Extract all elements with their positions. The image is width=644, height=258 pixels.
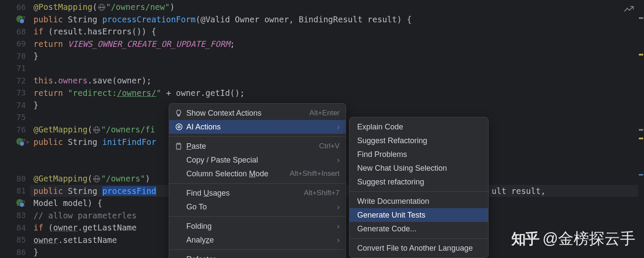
chevron-right-icon: › bbox=[337, 203, 340, 212]
menu-item-label: Show Context Actions bbox=[186, 109, 310, 118]
submenu-item[interactable]: Explain Code bbox=[349, 120, 488, 134]
line-number: 71 bbox=[0, 62, 30, 75]
submenu-item[interactable]: Write Documentation bbox=[349, 194, 488, 208]
line-number: 70 bbox=[0, 50, 30, 62]
menu-item[interactable]: Go To› bbox=[169, 200, 346, 214]
chevron-right-icon: › bbox=[337, 222, 340, 231]
menu-item-label: Go To bbox=[186, 203, 333, 212]
menu-item[interactable]: AI Actions› bbox=[169, 120, 346, 134]
svg-rect-3 bbox=[177, 143, 180, 144]
line-number-gutter: 66 67 68 69 70 71 72 73 74 75 76 77> 80 … bbox=[0, 0, 30, 258]
menu-item-label: Folding bbox=[186, 222, 333, 231]
scroll-marker-warning[interactable] bbox=[639, 54, 643, 55]
bulb-icon bbox=[175, 110, 186, 117]
menu-separator bbox=[169, 136, 346, 137]
submenu-item-label: Generate Code... bbox=[355, 224, 482, 233]
menu-item[interactable]: Column Selection ModeAlt+Shift+Insert bbox=[169, 167, 346, 181]
submenu-item[interactable]: Generate Code... bbox=[349, 222, 488, 236]
submenu-item-label: Find Problems bbox=[355, 150, 482, 159]
menu-shortcut: Alt+Shift+7 bbox=[304, 189, 340, 197]
context-menu[interactable]: Show Context ActionsAlt+EnterAI Actions›… bbox=[169, 103, 346, 258]
watermark: 知乎 @金榜探云手 bbox=[511, 228, 635, 249]
globe-icon bbox=[93, 126, 100, 133]
menu-separator bbox=[169, 249, 346, 250]
line-number bbox=[0, 148, 30, 160]
code-vision-icon[interactable] bbox=[624, 6, 634, 15]
globe-icon bbox=[98, 4, 105, 11]
fold-chevron-icon[interactable]: > bbox=[26, 138, 29, 145]
submenu-item[interactable]: Find Problems bbox=[349, 147, 488, 161]
line-number: 69 bbox=[0, 38, 30, 50]
line-number: 66 bbox=[0, 1, 30, 13]
menu-separator bbox=[169, 183, 346, 184]
menu-shortcut: Alt+Shift+Insert bbox=[290, 169, 340, 178]
line-number: 68 bbox=[0, 25, 30, 38]
submenu-item[interactable]: Convert File to Another Language bbox=[349, 241, 488, 255]
submenu-item[interactable]: Generate Unit Tests bbox=[349, 208, 488, 222]
menu-item-label: AI Actions bbox=[186, 123, 333, 132]
line-number: 74 bbox=[0, 99, 30, 111]
override-icon[interactable] bbox=[16, 15, 24, 23]
line-number: 80 bbox=[0, 172, 30, 185]
line-number: 73 bbox=[0, 87, 30, 99]
menu-shortcut: Alt+Enter bbox=[310, 109, 340, 117]
chevron-right-icon: › bbox=[337, 156, 340, 165]
line-number bbox=[0, 160, 30, 173]
zhihu-logo: 知乎 bbox=[511, 229, 539, 249]
line-number: 77> bbox=[0, 136, 30, 148]
scroll-marker[interactable] bbox=[639, 17, 643, 19]
submenu-item-label: Explain Code bbox=[355, 123, 482, 132]
submenu-item-label: Suggest Refactoring bbox=[355, 136, 482, 145]
menu-item[interactable]: Show Context ActionsAlt+Enter bbox=[169, 106, 346, 120]
menu-item-label: Copy / Paste Special bbox=[186, 156, 333, 165]
override-icon[interactable] bbox=[16, 138, 24, 146]
menu-item-label: Find Usages bbox=[186, 189, 304, 198]
menu-separator bbox=[169, 216, 346, 217]
chevron-right-icon: › bbox=[337, 123, 340, 132]
line-number: 85 bbox=[0, 234, 30, 246]
scroll-marker-caret[interactable] bbox=[639, 174, 643, 175]
menu-item[interactable]: PasteCtrl+V bbox=[169, 139, 346, 153]
watermark-text: @金榜探云手 bbox=[542, 228, 635, 249]
menu-separator bbox=[349, 238, 488, 239]
menu-item[interactable]: Find UsagesAlt+Shift+7 bbox=[169, 186, 346, 200]
menu-item-label: Column Selection Mode bbox=[186, 169, 290, 178]
override-icon[interactable] bbox=[16, 199, 24, 207]
submenu-item-label: Write Documentation bbox=[355, 197, 482, 206]
line-number: 83 bbox=[0, 209, 30, 222]
menu-item[interactable]: Copy / Paste Special› bbox=[169, 153, 346, 167]
ai-icon bbox=[175, 123, 186, 131]
svg-point-0 bbox=[176, 124, 182, 130]
line-number: 75 bbox=[0, 111, 30, 124]
scroll-marker-warning[interactable] bbox=[639, 138, 643, 139]
line-number: 76 bbox=[0, 123, 30, 136]
scroll-marker[interactable] bbox=[639, 129, 643, 131]
menu-separator bbox=[349, 191, 488, 192]
menu-item[interactable]: Refactor› bbox=[169, 252, 346, 258]
menu-item-label: Analyze bbox=[186, 236, 333, 245]
paste-icon bbox=[175, 143, 186, 150]
submenu-item[interactable]: Suggest refactoring bbox=[349, 175, 488, 189]
submenu-item-label: Convert File to Another Language bbox=[355, 244, 482, 253]
line-number: 82 bbox=[0, 197, 30, 209]
menu-item[interactable]: Analyze› bbox=[169, 233, 346, 247]
globe-icon bbox=[93, 175, 100, 182]
submenu-item-label: Generate Unit Tests bbox=[355, 211, 482, 220]
scrollbar-track[interactable] bbox=[638, 0, 644, 258]
menu-item[interactable]: Folding› bbox=[169, 219, 346, 233]
submenu-item-label: Suggest refactoring bbox=[355, 178, 482, 187]
line-number: 67 bbox=[0, 13, 30, 26]
submenu-item[interactable]: New Chat Using Selection bbox=[349, 161, 488, 175]
submenu-item-label: New Chat Using Selection bbox=[355, 164, 482, 173]
chevron-right-icon: › bbox=[337, 236, 340, 245]
line-number: 84 bbox=[0, 221, 30, 234]
submenu-item[interactable]: Suggest Refactoring bbox=[349, 134, 488, 147]
line-number: 72 bbox=[0, 74, 30, 87]
ai-actions-submenu[interactable]: Explain CodeSuggest RefactoringFind Prob… bbox=[349, 117, 489, 258]
menu-shortcut: Ctrl+V bbox=[319, 142, 340, 150]
line-number: 81 bbox=[0, 185, 30, 197]
menu-item-label: Paste bbox=[186, 142, 319, 151]
menu-item-label: Refactor bbox=[186, 255, 333, 258]
chevron-right-icon: › bbox=[337, 255, 340, 258]
svg-point-1 bbox=[178, 126, 180, 128]
